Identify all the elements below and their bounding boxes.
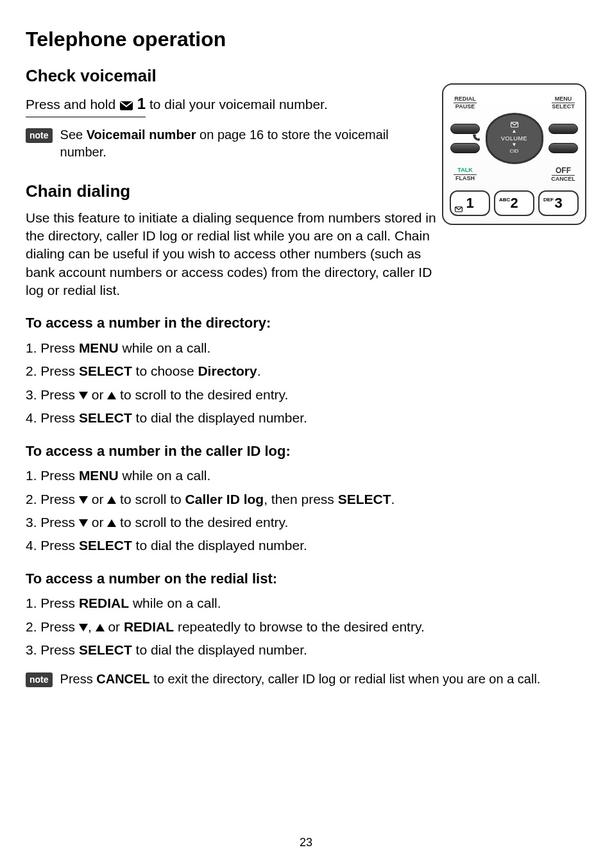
cid-heading: To access a number in the caller ID log: [26,442,586,461]
up-arrow-icon [107,496,116,504]
end-note-a: Press [60,672,97,686]
list-item: 1. Press MENU while on a call. [26,339,586,357]
chain-body: Use this feature to initiate a dialing s… [26,209,436,300]
note-badge: note [26,672,53,687]
mail-icon [455,198,463,217]
down-arrow-icon [79,392,88,399]
page-number: 23 [0,835,612,850]
talk-label: TALK FLASH [450,167,480,181]
phone-icon [472,133,480,142]
up-arrow-icon [107,392,116,399]
redial-button [450,124,480,134]
mail-icon [119,97,133,115]
list-item: 1. Press REDIAL while on a call. [26,594,586,612]
list-item: 2. Press SELECT to choose Directory. [26,362,586,380]
redial-heading: To access a number on the redial list: [26,569,586,588]
list-item: 3. Press SELECT to dial the displayed nu… [26,641,586,659]
list-item: 4. Press SELECT to dial the displayed nu… [26,409,586,427]
voicemail-key: 1 [137,95,146,112]
down-arrow-icon [79,496,88,504]
list-item: 2. Press or to scroll to Caller ID log, … [26,490,586,508]
voicemail-prefix: Press and hold [26,97,115,112]
menu-label: MENU SELECT [548,96,579,110]
key-2: ABC2 [494,190,534,216]
talk-button [450,143,480,153]
up-arrow-icon [107,519,116,527]
list-item: 1. Press MENU while on a call. [26,467,586,485]
voicemail-note: note See Voicemail number on page 16 to … [26,126,436,161]
cid-steps: 1. Press MENU while on a call. 2. Press … [26,467,586,555]
keypad-illustration: REDIAL PAUSE MENU SELECT ▲ VOLUME ▼ CID [442,83,586,225]
key-3: DEF3 [538,190,579,216]
voicemail-instruction: Press and hold 1 to dial your voicemail … [26,94,436,117]
redial-steps: 1. Press REDIAL while on a call. 2. Pres… [26,594,586,659]
dpad: ▲ VOLUME ▼ CID [486,113,543,164]
list-item: 2. Press , or REDIAL repeatedly to brows… [26,618,586,636]
list-item: 4. Press SELECT to dial the displayed nu… [26,537,586,555]
cid-label: CID [510,148,519,155]
redial-label: REDIAL PAUSE [450,96,480,110]
dir-heading: To access a number in the directory: [26,313,586,333]
key-1: 1 [450,190,490,216]
end-note-c: to exit the directory, caller ID log or … [150,672,541,686]
note-pre: See [60,128,87,142]
down-arrow-icon [79,624,88,631]
menu-button [548,124,578,134]
down-arrow-icon [79,519,88,527]
note-bold: Voicemail number [87,128,196,142]
end-note: note Press CANCEL to exit the directory,… [26,671,586,688]
off-label: OFF CANCEL [548,167,579,183]
dir-steps: 1. Press MENU while on a call. 2. Press … [26,339,586,427]
voicemail-suffix: to dial your voicemail number. [146,97,328,112]
end-note-b: CANCEL [96,672,149,686]
up-arrow-icon [96,624,105,631]
note-badge: note [26,128,53,143]
list-item: 3. Press or to scroll to the desired ent… [26,513,586,531]
list-item: 3. Press or to scroll to the desired ent… [26,386,586,404]
off-button [548,143,578,153]
page-title: Telephone operation [26,26,586,53]
